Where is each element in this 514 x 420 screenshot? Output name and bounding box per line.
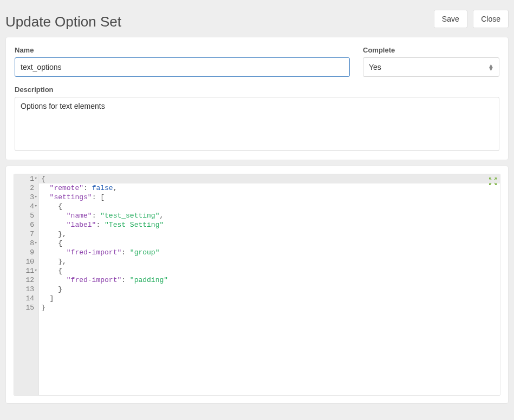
complete-label: Complete [363,46,499,54]
name-input[interactable] [15,57,350,77]
code-line[interactable]: "fred-import": "group" [41,248,500,257]
code-line[interactable]: }, [41,257,500,266]
description-label: Description [15,86,499,94]
code-line[interactable]: { [41,266,500,275]
code-editor[interactable]: 1▾23▾4▾5678▾91011▾12131415 { "remote": f… [14,174,500,396]
code-line[interactable]: "fred-import": "padding" [41,275,500,285]
editor-card: 1▾23▾4▾5678▾91011▾12131415 { "remote": f… [5,166,509,404]
fold-icon[interactable]: ▾ [35,193,37,202]
fold-icon[interactable]: ▾ [35,266,37,275]
code-line[interactable]: ] [41,294,500,303]
complete-value: Yes [369,63,381,71]
code-line[interactable]: { [41,239,500,248]
code-line[interactable]: }, [41,229,500,239]
form-card: Name Complete Yes ▲▼ Description [5,37,509,160]
code-line[interactable]: } [41,285,500,294]
code-line[interactable]: "settings": [ [41,193,500,202]
code-line[interactable]: { [39,174,500,183]
fold-icon[interactable]: ▾ [35,239,37,248]
page-title: Update Option Set [5,14,121,30]
description-textarea[interactable] [15,97,499,151]
close-button[interactable]: Close [473,10,509,28]
code-line[interactable]: } [41,303,500,312]
sort-icon: ▲▼ [488,64,494,70]
header: Update Option Set Save Close [0,0,514,31]
complete-select[interactable]: Yes ▲▼ [363,57,499,77]
header-actions: Save Close [431,10,509,28]
editor-code[interactable]: { "remote": false, "settings": [ { "name… [39,174,500,395]
code-line[interactable]: "remote": false, [41,183,500,193]
save-button[interactable]: Save [434,10,467,28]
editor-gutter: 1▾23▾4▾5678▾91011▾12131415 [14,174,39,395]
fold-icon[interactable]: ▾ [35,174,37,183]
code-line[interactable]: "name": "test_setting", [41,211,500,220]
code-line[interactable]: "label": "Test Setting" [41,220,500,229]
name-label: Name [15,46,350,54]
fullscreen-icon[interactable] [489,178,497,185]
fold-icon[interactable]: ▾ [35,202,37,211]
code-line[interactable]: { [41,202,500,211]
